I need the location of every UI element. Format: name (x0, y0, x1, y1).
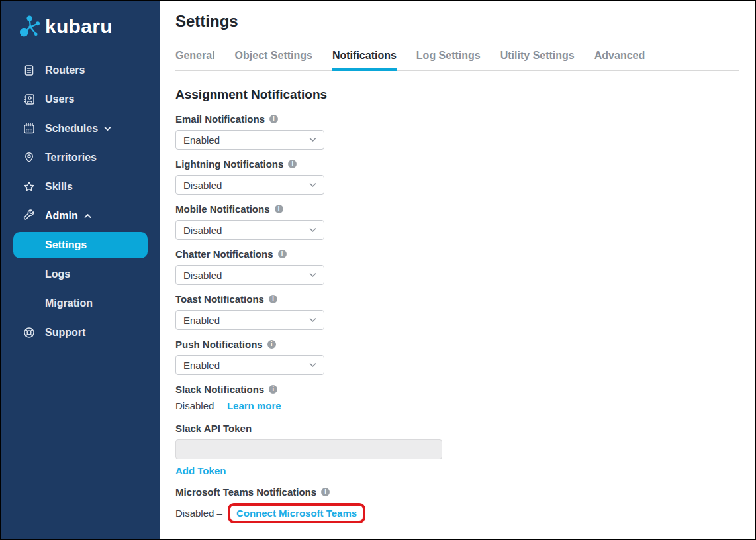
field-slack-notifications: Slack Notifications Disabled – Learn mor… (175, 384, 739, 411)
info-icon[interactable] (267, 340, 276, 349)
life-ring-icon (23, 326, 36, 339)
email-notifications-select[interactable]: Enabled (175, 130, 324, 150)
select-value: Enabled (183, 360, 220, 371)
field-email-notifications: Email Notifications Enabled (175, 113, 739, 150)
slack-status: Disabled – Learn more (175, 400, 739, 411)
select-value: Disabled (183, 270, 222, 281)
tab-bar: General Object Settings Notifications Lo… (175, 50, 739, 71)
tab-object-settings[interactable]: Object Settings (235, 50, 312, 70)
chatter-notifications-select[interactable]: Disabled (175, 265, 324, 285)
sidebar-item-label: Territories (45, 152, 97, 164)
chevron-down-icon (309, 317, 316, 323)
field-label: Chatter Notifications (175, 248, 739, 260)
teams-status: Disabled – Connect Microsoft Teams (175, 503, 739, 523)
field-label-text: Lightning Notifications (175, 158, 283, 170)
chevron-down-icon (309, 227, 316, 233)
sidebar-item-territories[interactable]: Territories (1, 143, 160, 172)
info-icon[interactable] (288, 160, 297, 168)
kubaru-logo-icon (19, 13, 42, 40)
field-label-text: Mobile Notifications (175, 203, 270, 215)
tab-log-settings[interactable]: Log Settings (416, 50, 481, 70)
field-label: Toast Notifications (175, 294, 739, 305)
select-value: Enabled (183, 315, 220, 326)
status-text: Disabled – (175, 508, 222, 519)
app-logo: kubaru (19, 13, 160, 40)
mobile-notifications-select[interactable]: Disabled (175, 220, 324, 240)
highlight-box: Connect Microsoft Teams (228, 503, 365, 523)
field-label-text: Push Notifications (175, 339, 263, 350)
field-mobile-notifications: Mobile Notifications Disabled (175, 203, 739, 240)
field-label: Push Notifications (175, 339, 739, 350)
sidebar-item-label: Support (45, 327, 85, 339)
sidebar-item-support[interactable]: Support (1, 318, 160, 347)
chevron-down-icon (309, 272, 316, 278)
sidebar-item-label: Routers (45, 64, 85, 76)
tab-advanced[interactable]: Advanced (594, 50, 645, 70)
sidebar-item-label: Admin (45, 210, 78, 222)
sidebar-item-admin[interactable]: Admin (1, 201, 160, 231)
main-content: Settings General Object Settings Notific… (160, 1, 755, 539)
wrench-icon (23, 209, 36, 223)
add-token-link[interactable]: Add Token (175, 465, 226, 476)
field-slack-api-token: Slack API Token Add Token (175, 423, 739, 486)
sidebar-item-routers[interactable]: Routers (1, 56, 160, 85)
select-value: Disabled (183, 225, 222, 236)
tab-utility-settings[interactable]: Utility Settings (500, 50, 575, 70)
info-icon[interactable] (321, 488, 330, 496)
sidebar-item-label: Skills (45, 181, 73, 193)
sidebar-item-label: Users (45, 93, 74, 105)
select-value: Disabled (183, 180, 222, 191)
chevron-down-icon (309, 182, 316, 188)
chevron-down-icon (309, 362, 316, 368)
sidebar-item-label: Migration (45, 297, 93, 309)
field-label-text: Microsoft Teams Notifications (175, 486, 316, 498)
slack-api-token-input[interactable] (175, 439, 442, 459)
status-text: Disabled – (175, 400, 222, 411)
sidebar-item-users[interactable]: Users (1, 85, 160, 114)
lightning-notifications-select[interactable]: Disabled (175, 175, 324, 195)
sidebar-item-migration[interactable]: Migration (1, 289, 160, 318)
info-icon[interactable] (275, 205, 283, 213)
info-icon[interactable] (269, 295, 277, 303)
field-toast-notifications: Toast Notifications Enabled (175, 294, 739, 330)
field-label: Slack API Token (175, 423, 739, 434)
learn-more-link[interactable]: Learn more (227, 400, 281, 411)
info-icon[interactable] (278, 250, 287, 258)
field-label: Slack Notifications (175, 384, 739, 395)
chevron-up-icon (84, 213, 91, 219)
tab-notifications[interactable]: Notifications (332, 50, 397, 70)
calendar-icon (23, 122, 36, 135)
toast-notifications-select[interactable]: Enabled (175, 310, 324, 330)
field-label-text: Slack API Token (175, 423, 252, 434)
sidebar-item-label: Logs (45, 268, 70, 280)
document-icon (23, 64, 36, 77)
field-push-notifications: Push Notifications Enabled (175, 339, 739, 375)
star-icon (23, 180, 36, 193)
info-icon[interactable] (269, 385, 277, 394)
field-label: Lightning Notifications (175, 158, 739, 170)
sidebar-item-skills[interactable]: Skills (1, 172, 160, 201)
sidebar-item-schedules[interactable]: Schedules (1, 114, 160, 143)
sidebar: kubaru Routers Users Schedules Territori… (1, 1, 160, 539)
field-label-text: Chatter Notifications (175, 248, 273, 260)
map-pin-icon (23, 151, 36, 164)
tab-general[interactable]: General (175, 50, 215, 70)
sidebar-item-label: Schedules (45, 123, 98, 135)
page-title: Settings (175, 12, 739, 30)
field-lightning-notifications: Lightning Notifications Disabled (175, 158, 739, 195)
field-label: Mobile Notifications (175, 203, 739, 215)
sidebar-item-settings[interactable]: Settings (13, 232, 148, 258)
connect-microsoft-teams-link[interactable]: Connect Microsoft Teams (236, 508, 357, 519)
section-title: Assignment Notifications (175, 87, 739, 102)
field-label: Microsoft Teams Notifications (175, 486, 739, 498)
address-book-icon (23, 93, 36, 106)
chevron-down-icon (104, 126, 111, 131)
select-value: Enabled (183, 135, 220, 146)
field-label-text: Email Notifications (175, 113, 265, 125)
chevron-down-icon (309, 137, 316, 142)
field-label: Email Notifications (175, 113, 739, 125)
push-notifications-select[interactable]: Enabled (175, 355, 324, 375)
logo-wordmark: kubaru (45, 15, 113, 38)
sidebar-item-logs[interactable]: Logs (1, 260, 160, 289)
info-icon[interactable] (269, 115, 278, 123)
